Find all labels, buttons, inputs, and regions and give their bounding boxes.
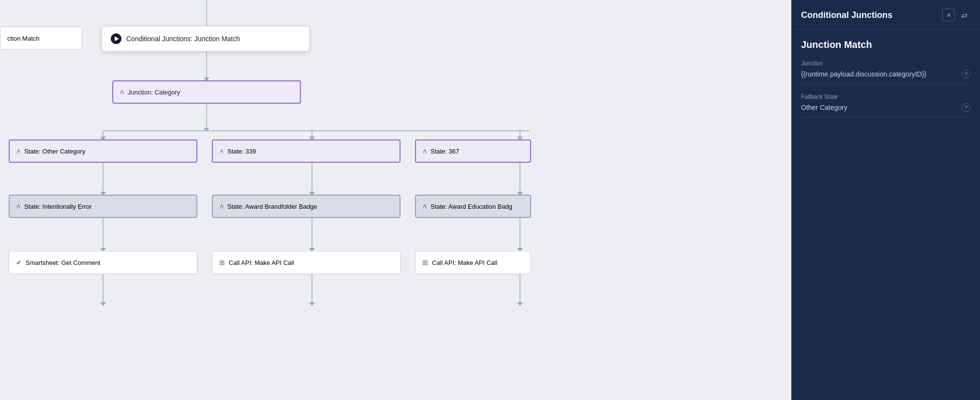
junction-field-value: {{runtime.payload.discussion.categoryID}… (801, 70, 962, 78)
play-icon (111, 33, 121, 44)
sidebar-header: Conditional Junctions ✕ ⇄ (791, 0, 980, 30)
step-node-1[interactable]: ⊞ Call API: Make API Call (212, 251, 401, 274)
svg-marker-4 (204, 128, 209, 132)
action-label-0: State: Intentionally Error (24, 203, 91, 210)
transfer-button[interactable]: ⇄ (958, 9, 970, 21)
action-node-2[interactable]: ⑃ State: Award Education Badg (415, 195, 531, 218)
sidebar: Conditional Junctions ✕ ⇄ Junction Match… (791, 0, 980, 400)
fallback-field-value: Other Category (801, 104, 962, 111)
action-row: ⑃ State: Intentionally Error ⑃ State: Aw… (9, 195, 531, 218)
partial-left-label: ction Match (7, 35, 39, 42)
canvas-area: Conditional Junctions: Junction Match ct… (0, 0, 791, 400)
tooltip-node[interactable]: Conditional Junctions: Junction Match (102, 26, 310, 51)
junction-match-title: Junction Match (801, 39, 970, 50)
state-node-1[interactable]: ⑃ State: 339 (212, 139, 401, 163)
junction-icon: ⑃ (120, 88, 124, 96)
sidebar-body: Junction Match Junction {{runtime.payloa… (791, 30, 980, 137)
step-node-2[interactable]: ⊞ Call API: Make API Call (415, 251, 531, 274)
action-icon-0: ⑃ (16, 202, 20, 210)
junction-help-icon[interactable]: ? (962, 70, 970, 78)
smartsheet-icon: ✔ (16, 259, 22, 266)
api-icon-1: ⊞ (219, 259, 225, 266)
action-label-1: State: Award Brandfolder Badge (227, 203, 317, 210)
state-icon-2: ⑃ (423, 147, 427, 155)
state-row: ⑃ State: Other Category ⑃ State: 339 ⑃ S… (9, 139, 531, 163)
sidebar-title: Conditional Junctions (801, 10, 892, 20)
svg-marker-27 (309, 302, 315, 306)
api-icon-2: ⊞ (422, 259, 428, 266)
action-label-2: State: Award Education Badg (431, 203, 512, 210)
tooltip-label: Conditional Junctions: Junction Match (126, 35, 240, 43)
state-node-0[interactable]: ⑃ State: Other Category (9, 139, 197, 163)
svg-marker-25 (100, 302, 106, 306)
svg-marker-29 (517, 302, 523, 306)
action-node-1[interactable]: ⑃ State: Award Brandfolder Badge (212, 195, 401, 218)
state-label-1: State: 339 (227, 148, 256, 155)
action-icon-1: ⑃ (220, 202, 223, 210)
partial-left-node[interactable]: ction Match (0, 27, 82, 50)
fallback-field-value-row: Other Category ? (801, 103, 970, 117)
header-icons: ✕ ⇄ (942, 9, 970, 21)
action-node-0[interactable]: ⑃ State: Intentionally Error (9, 195, 197, 218)
state-icon-1: ⑃ (220, 147, 223, 155)
step-label-0: Smartsheet: Get Comment (26, 259, 101, 266)
step-node-0[interactable]: ✔ Smartsheet: Get Comment (9, 251, 197, 274)
step-label-1: Call API: Make API Call (229, 259, 294, 266)
state-node-2[interactable]: ⑃ State: 367 (415, 139, 531, 163)
fallback-field-label: Fallback State (801, 93, 970, 100)
action-icon-2: ⑃ (423, 202, 427, 210)
junction-field-value-row: {{runtime.payload.discussion.categoryID}… (801, 70, 970, 84)
junction-category-label: Junction: Category (128, 89, 180, 96)
state-label-2: State: 367 (431, 148, 459, 155)
junction-category-node[interactable]: ⑃ Junction: Category (112, 80, 301, 104)
fallback-help-icon[interactable]: ? (962, 103, 970, 112)
close-button[interactable]: ✕ (942, 9, 955, 21)
state-label-0: State: Other Category (24, 148, 85, 155)
junction-field-label: Junction (801, 60, 970, 67)
state-icon-0: ⑃ (16, 147, 20, 155)
step-row: ✔ Smartsheet: Get Comment ⊞ Call API: Ma… (9, 251, 531, 274)
junction-field-group: Junction {{runtime.payload.discussion.ca… (801, 60, 970, 84)
fallback-field-group: Fallback State Other Category ? (801, 93, 970, 117)
step-label-2: Call API: Make API Call (432, 259, 497, 266)
